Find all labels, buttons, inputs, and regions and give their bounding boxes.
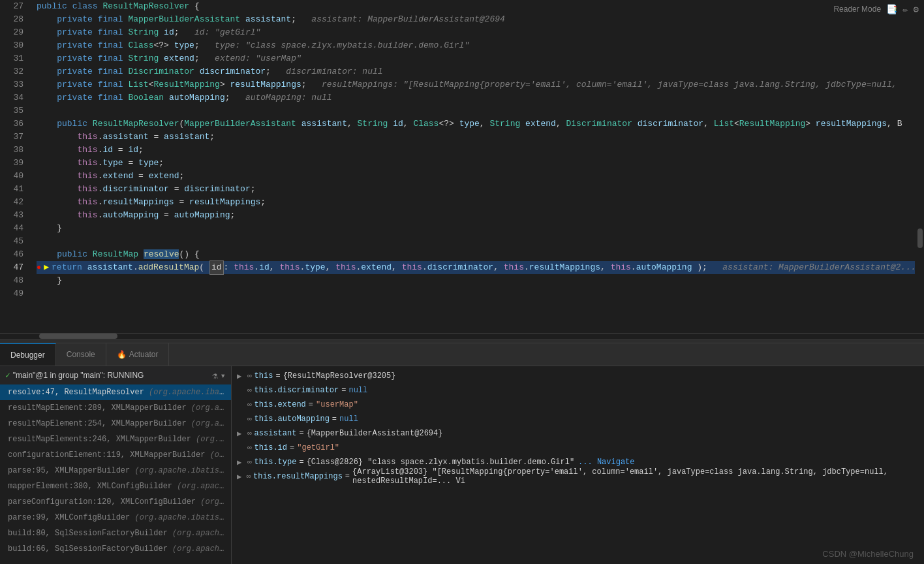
stack-frame-build66[interactable]: build:66, SqlSessionFactoryBuilder (org.… [0, 541, 231, 557]
actuator-icon: 🔥 [117, 350, 127, 359]
stack-frame-resultMapElement254[interactable]: resultMapElement:254, XMLMapperBuilder (… [0, 416, 231, 431]
code-line-30: private final Class<?> type; type: "clas… [37, 39, 924, 52]
code-line-28: private final MapperBuilderAssistant ass… [37, 13, 924, 26]
var-this-discriminator[interactable]: ∞ this.discriminator = null [232, 383, 924, 398]
expand-icon[interactable]: ▶ [237, 458, 245, 467]
code-line-27: public class ResultMapResolver { [37, 0, 924, 13]
reader-mode-icon[interactable]: 📑 [886, 4, 897, 15]
code-line-47: ● ▶ return assistant.addResultMap( id: t… [37, 261, 924, 274]
actuator-tab-label: Actuator [129, 350, 159, 359]
var-this-extend[interactable]: ∞ this.extend = "userMap" [232, 398, 924, 412]
panel-content: ✓ "main"@1 in group "main": RUNNING ⚗ ▾ … [0, 366, 924, 564]
code-line-45 [37, 235, 924, 248]
stack-frame-resultMapElement289[interactable]: resultMapElement:289, XMLMapperBuilder (… [0, 400, 231, 416]
code-line-37: this.assistant = assistant; [37, 131, 924, 144]
code-line-48: } [37, 274, 924, 287]
thread-header: ✓ "main"@1 in group "main": RUNNING ⚗ ▾ [0, 366, 231, 384]
code-line-34: private final Boolean autoMapping; autoM… [37, 91, 924, 104]
expand-icon[interactable]: ▶ [237, 472, 243, 482]
filter-icon[interactable]: ⚗ [212, 370, 217, 381]
var-this-resultMappings[interactable]: ▶ ∞ this.resultMappings = {ArrayList@320… [232, 469, 924, 484]
code-line-29: private final String id; id: "getGirl" [37, 26, 924, 39]
call-stack-panel: ✓ "main"@1 in group "main": RUNNING ⚗ ▾ … [0, 366, 232, 564]
stack-frame-parse95[interactable]: parse:95, XMLMapperBuilder (org.apache.i… [0, 463, 231, 478]
code-line-43: this.autoMapping = autoMapping; [37, 209, 924, 222]
var-assistant[interactable]: ▶ ∞ assistant = {MapperBuilderAssistant@… [232, 426, 924, 441]
code-line-31: private final String extend; extend: "us… [37, 52, 924, 65]
horizontal-scrollbar[interactable] [0, 333, 924, 339]
stack-frame-resolve[interactable]: resolve:47, ResultMapResolver (org.apach… [0, 384, 231, 400]
tab-debugger[interactable]: Debugger [0, 343, 56, 366]
code-line-42: this.resultMappings = resultMappings; [37, 196, 924, 209]
stack-frame-build80[interactable]: build:80, SqlSessionFactoryBuilder (org.… [0, 525, 231, 541]
vertical-scrollbar[interactable] [915, 0, 924, 333]
console-tab-label: Console [67, 350, 95, 359]
code-line-46: public ResultMap resolve() { [37, 248, 924, 261]
var-this-autoMapping[interactable]: ∞ this.autoMapping = null [232, 412, 924, 426]
code-line-39: this.type = type; [37, 157, 924, 170]
top-bar: Reader Mode 📑 ✏️ ⚙ [833, 0, 924, 18]
code-line-33: private final List<ResultMapping> result… [37, 78, 924, 91]
var-this[interactable]: ▶ ∞ this = {ResultMapResolver@3205} [232, 369, 924, 383]
settings-icon[interactable]: ⚙ [914, 4, 919, 15]
variables-panel: ▶ ∞ this = {ResultMapResolver@3205} ∞ th… [232, 366, 924, 564]
code-line-35 [37, 104, 924, 118]
code-line-44: } [37, 222, 924, 235]
code-line-49 [37, 287, 924, 300]
stack-frame-mapperElement380[interactable]: mapperElement:380, XMLConfigBuilder (org… [0, 478, 231, 494]
stack-frame-configurationElement119[interactable]: configurationElement:119, XMLMapperBuild… [0, 447, 231, 463]
line-numbers: 27 28 29 30 31 32 33 34 35 36 37 38 39 4… [0, 0, 31, 333]
code-lines: public class ResultMapResolver { private… [31, 0, 924, 333]
thread-dropdown-icon[interactable]: ▾ [221, 370, 226, 381]
var-this-id[interactable]: ∞ this.id = "getGirl" [232, 441, 924, 455]
debugger-tab-label: Debugger [10, 351, 45, 360]
stack-frame-parse99[interactable]: parse:99, XMLConfigBuilder (org.apache.i… [0, 510, 231, 525]
code-line-38: this.id = id; [37, 144, 924, 157]
code-line-40: this.extend = extend; [37, 170, 924, 183]
expand-icon[interactable]: ▶ [237, 429, 245, 439]
reader-mode-label: Reader Mode [833, 5, 881, 14]
debugger-panel: Debugger Console 🔥 Actuator ✓ "main"@1 i… [0, 343, 924, 564]
code-line-36: public ResultMapResolver(MapperBuilderAs… [37, 118, 924, 131]
tab-console[interactable]: Console [56, 343, 106, 366]
stack-frame-resultMapElements246[interactable]: resultMapElements:246, XMLMapperBuilder … [0, 431, 231, 447]
code-editor: 27 28 29 30 31 32 33 34 35 36 37 38 39 4… [0, 0, 924, 333]
code-line-32: private final Discriminator discriminato… [37, 65, 924, 78]
navigate-link[interactable]: ... Navigate [578, 458, 634, 467]
watermark: CSDN @MichelleChung [822, 549, 914, 559]
tab-actuator[interactable]: 🔥 Actuator [106, 343, 170, 366]
thread-name: "main"@1 in group "main": RUNNING [13, 371, 209, 380]
panel-tabs: Debugger Console 🔥 Actuator [0, 343, 924, 366]
reader-mode-icon2[interactable]: ✏️ [902, 4, 908, 15]
stack-frame-parseConfiguration120[interactable]: parseConfiguration:120, XMLConfigBuilder… [0, 494, 231, 510]
code-line-41: this.discriminator = discriminator; [37, 183, 924, 196]
expand-icon[interactable]: ▶ [237, 371, 245, 381]
